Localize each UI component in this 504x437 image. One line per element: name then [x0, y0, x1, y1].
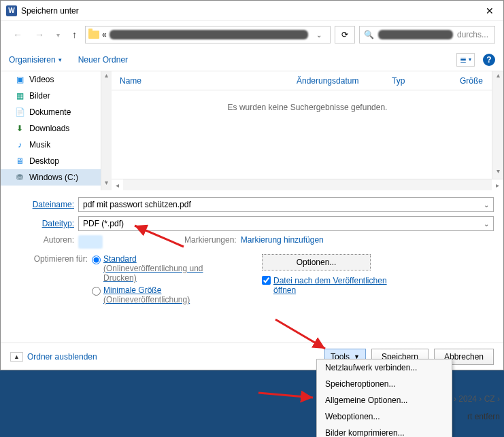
menu-web-options[interactable]: Weboptionen...: [317, 408, 452, 425]
nav-up-button[interactable]: ↑: [68, 27, 81, 43]
downloads-icon: ⬇: [14, 123, 25, 134]
menu-compress-images[interactable]: Bilder komprimieren...: [317, 425, 452, 437]
drive-icon: ⛃: [14, 172, 25, 183]
authors-label: Autoren:: [10, 235, 78, 249]
menu-save-options[interactable]: Speicheroptionen...: [317, 376, 452, 392]
window-title: Speichern unter: [21, 6, 482, 16]
redacted-search: [378, 30, 453, 39]
addr-chevron-icon[interactable]: ⌄: [311, 31, 327, 39]
filetype-label: Dateityp:: [10, 219, 78, 228]
col-modified[interactable]: Änderungsdatum: [288, 76, 384, 86]
tags-label: Markierungen:: [184, 235, 241, 249]
word-app-icon: W: [6, 5, 17, 16]
tree-item-drive-c[interactable]: ⛃Windows (C:): [1, 169, 101, 186]
tree-item-videos[interactable]: ▣Videos: [1, 71, 101, 88]
search-placeholder: durchs...: [457, 30, 488, 39]
filename-label: Dateiname:: [10, 200, 78, 209]
toolbar: Organisieren▾ Neuer Ordner ≣▾ ?: [1, 48, 503, 71]
col-size[interactable]: Größe: [452, 76, 492, 86]
tools-menu: Netzlaufwerk verbinden... Speicheroption…: [316, 359, 452, 437]
no-results-text: Es wurden keine Suchergebnisse gefunden.: [112, 90, 503, 179]
folder-tree: ▣Videos ▦Bilder 📄Dokumente ⬇Downloads ♪M…: [1, 71, 101, 190]
radio-standard[interactable]: Standard(Onlineveröffentlichung und Druc…: [92, 254, 214, 283]
new-folder-button[interactable]: Neuer Ordner: [78, 55, 128, 65]
organize-button[interactable]: Organisieren▾: [9, 55, 62, 65]
file-list-pane: Name Änderungsdatum Typ Größe Es wurden …: [112, 71, 503, 190]
save-as-dialog: W Speichern unter ✕ ← → ▾ ↑ « ⌄ ⟳ 🔍 durc…: [0, 0, 504, 370]
add-tag-link[interactable]: Markierung hinzufügen: [241, 235, 324, 249]
close-button[interactable]: ✕: [482, 5, 498, 16]
optimize-label: Optimieren für:: [10, 254, 92, 307]
search-box[interactable]: 🔍 durchs...: [359, 26, 495, 43]
pictures-icon: ▦: [14, 90, 25, 101]
column-headers: Name Änderungsdatum Typ Größe: [112, 71, 503, 90]
search-icon: 🔍: [364, 30, 374, 39]
author-avatar[interactable]: [78, 235, 103, 249]
nav-recent-chevron[interactable]: ▾: [52, 29, 64, 41]
menu-map-network[interactable]: Netzlaufwerk verbinden...: [317, 360, 452, 376]
radio-minimal-input[interactable]: [92, 287, 101, 296]
documents-icon: 📄: [14, 107, 25, 118]
options-button[interactable]: Optionen...: [262, 254, 371, 270]
background-partial-text: rt entfern: [467, 412, 500, 421]
nav-toolbar: ← → ▾ ↑ « ⌄ ⟳ 🔍 durchs...: [1, 21, 503, 48]
tree-item-music[interactable]: ♪Musik: [1, 137, 101, 153]
tree-item-pictures[interactable]: ▦Bilder: [1, 88, 101, 104]
open-after-input[interactable]: [262, 276, 271, 285]
folder-icon: [88, 31, 99, 39]
hide-folders-button[interactable]: Ordner ausblenden: [10, 352, 97, 362]
chevron-down-icon[interactable]: ⌄: [484, 220, 489, 228]
nav-forward-button[interactable]: →: [31, 27, 48, 43]
addr-truncation: «: [102, 30, 107, 39]
radio-standard-input[interactable]: [92, 256, 101, 264]
background-breadcrumb: › 2024 › CZ ›: [454, 394, 500, 404]
nav-back-button[interactable]: ←: [9, 27, 27, 43]
radio-minimal[interactable]: Minimale Größe(Onlineveröffentlichung): [92, 285, 214, 304]
v-scrollbar[interactable]: ▴▾: [492, 71, 503, 179]
h-scrollbar[interactable]: ◂▸: [112, 179, 503, 190]
col-name[interactable]: Name: [112, 76, 288, 86]
svg-line-2: [258, 393, 313, 398]
open-after-checkbox[interactable]: Datei nach dem Veröffentlichen öffnen: [262, 276, 398, 295]
desktop-icon: 🖥: [14, 156, 25, 167]
address-bar[interactable]: « ⌄: [85, 26, 331, 43]
chevron-down-icon[interactable]: ⌄: [484, 201, 489, 209]
music-icon: ♪: [14, 139, 25, 150]
videos-icon: ▣: [14, 74, 25, 85]
annotation-arrow-3: [257, 386, 318, 402]
menu-general-options[interactable]: Allgemeine Optionen...: [317, 392, 452, 408]
filetype-select[interactable]: PDF (*.pdf) ⌄: [78, 216, 494, 231]
tree-item-downloads[interactable]: ⬇Downloads: [1, 120, 101, 137]
redacted-path: [110, 30, 308, 39]
titlebar: W Speichern unter ✕: [1, 1, 503, 21]
filename-input[interactable]: pdf mit passwort schützen.pdf ⌄: [78, 197, 494, 212]
col-type[interactable]: Typ: [384, 76, 452, 86]
refresh-button[interactable]: ⟳: [335, 26, 355, 43]
tree-item-documents[interactable]: 📄Dokumente: [1, 104, 101, 120]
save-form: Dateiname: pdf mit passwort schützen.pdf…: [1, 190, 503, 314]
help-button[interactable]: ?: [483, 54, 495, 66]
tree-scrollbar[interactable]: ▴▾: [101, 71, 112, 190]
tree-item-desktop[interactable]: 🖥Desktop: [1, 153, 101, 169]
view-options-button[interactable]: ≣▾: [456, 53, 475, 67]
